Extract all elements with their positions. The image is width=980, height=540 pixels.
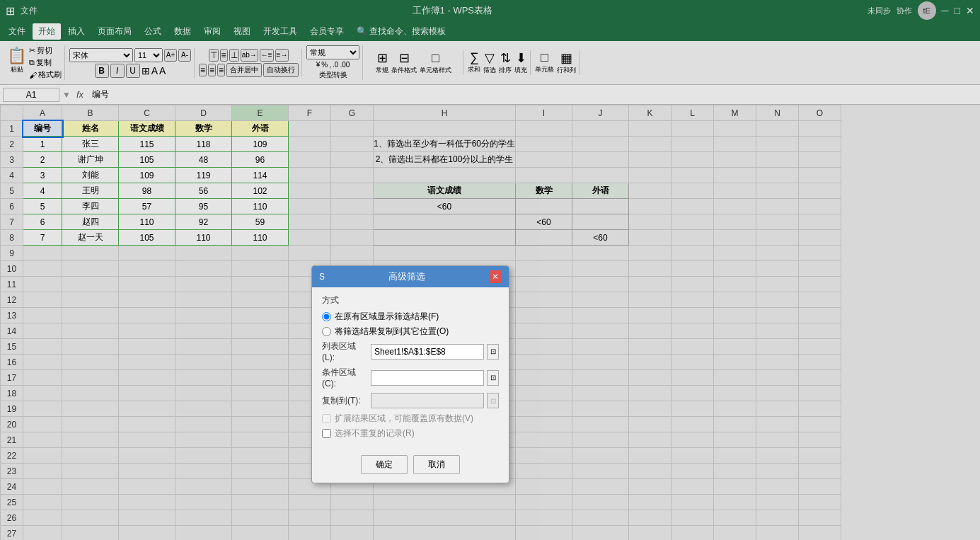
copy-to-input[interactable] bbox=[371, 393, 484, 408]
radio-copy-to[interactable]: 将筛选结果复制到其它位置(O) bbox=[322, 326, 499, 338]
dialog-overlay: S 高级筛选 ✕ 方式 在原有区域显示筛选结果(F) 将筛选结果复制到其它位置(… bbox=[0, 0, 980, 540]
expand-result-checkbox[interactable] bbox=[322, 414, 331, 423]
cond-picker-icon: ⊡ bbox=[490, 374, 496, 381]
cond-range-row: 条件区域(C): ⊡ bbox=[322, 367, 499, 389]
ok-button[interactable]: 确定 bbox=[361, 455, 408, 474]
dialog-title-label: 高级筛选 bbox=[388, 270, 425, 283]
radio-group: 在原有区域显示筛选结果(F) 将筛选结果复制到其它位置(O) bbox=[322, 311, 499, 338]
cond-range-label: 条件区域(C): bbox=[322, 367, 368, 389]
cancel-button[interactable]: 取消 bbox=[413, 455, 460, 474]
method-label: 方式 bbox=[322, 294, 499, 306]
radio-in-place-label: 在原有区域显示筛选结果(F) bbox=[335, 311, 439, 323]
copy-to-picker-btn[interactable]: ⊡ bbox=[487, 393, 499, 408]
radio-copy-to-input[interactable] bbox=[322, 327, 331, 336]
unique-records-check[interactable]: 选择不重复的记录(R) bbox=[322, 427, 499, 440]
cond-range-input[interactable] bbox=[371, 370, 484, 386]
range-picker-icon: ⊡ bbox=[490, 347, 496, 355]
advanced-filter-dialog: S 高级筛选 ✕ 方式 在原有区域显示筛选结果(F) 将筛选结果复制到其它位置(… bbox=[311, 265, 509, 483]
unique-records-checkbox[interactable] bbox=[322, 429, 331, 438]
dialog-close-btn[interactable]: ✕ bbox=[489, 270, 502, 283]
unique-records-label: 选择不重复的记录(R) bbox=[335, 427, 415, 440]
dialog-icon: S bbox=[319, 272, 325, 282]
list-range-label: 列表区域(L): bbox=[322, 340, 368, 362]
radio-in-place[interactable]: 在原有区域显示筛选结果(F) bbox=[322, 311, 499, 323]
dialog-footer: 确定 取消 bbox=[312, 449, 509, 483]
expand-result-label: 扩展结果区域，可能覆盖原有数据(V) bbox=[335, 413, 473, 425]
copy-to-label: 复制到(T): bbox=[322, 395, 368, 407]
copy-to-row: 复制到(T): ⊡ bbox=[322, 393, 499, 408]
radio-copy-to-label: 将筛选结果复制到其它位置(O) bbox=[335, 326, 449, 338]
copy-picker-icon: ⊡ bbox=[490, 397, 496, 405]
dialog-title-bar: S 高级筛选 ✕ bbox=[312, 266, 509, 287]
cond-range-picker-btn[interactable]: ⊡ bbox=[487, 370, 499, 386]
expand-result-check[interactable]: 扩展结果区域，可能覆盖原有数据(V) bbox=[322, 413, 499, 425]
list-range-row: 列表区域(L): ⊡ bbox=[322, 340, 499, 362]
dialog-body: 方式 在原有区域显示筛选结果(F) 将筛选结果复制到其它位置(O) 列表区域(L… bbox=[312, 287, 509, 449]
radio-in-place-input[interactable] bbox=[322, 312, 331, 321]
list-range-input[interactable] bbox=[371, 344, 484, 360]
list-range-picker-btn[interactable]: ⊡ bbox=[487, 344, 499, 360]
